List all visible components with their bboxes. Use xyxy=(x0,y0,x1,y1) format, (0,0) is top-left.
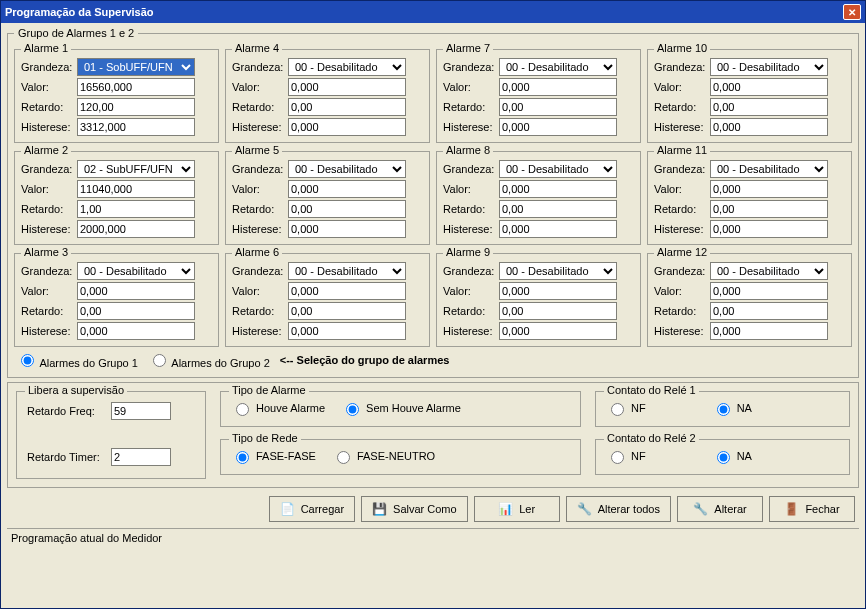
tipo-rede-opt1[interactable]: FASE-FASE xyxy=(231,448,316,464)
retardo-freq-input[interactable] xyxy=(111,402,171,420)
alterar-button[interactable]: 🔧 Alterar xyxy=(677,496,763,522)
grandeza-label: Grandeza: xyxy=(443,61,495,73)
rele1-na-input[interactable] xyxy=(717,403,730,416)
tipo-rede-opt1-input[interactable] xyxy=(236,451,249,464)
retardo-input[interactable] xyxy=(710,200,828,218)
titlebar[interactable]: Programação da Supervisão ✕ xyxy=(1,1,865,23)
rele2-nf-input[interactable] xyxy=(611,451,624,464)
rele2-na[interactable]: NA xyxy=(712,448,752,464)
retardo-input[interactable] xyxy=(288,302,406,320)
alarm-box-8: Alarme 8 Grandeza: 00 - Desabilitado Val… xyxy=(436,151,641,245)
retardo-label: Retardo: xyxy=(654,305,706,317)
rele2-nf[interactable]: NF xyxy=(606,448,646,464)
retardo-label: Retardo: xyxy=(21,203,73,215)
grandeza-select[interactable]: 00 - Desabilitado xyxy=(288,262,406,280)
histerese-input[interactable] xyxy=(710,220,828,238)
histerese-input[interactable] xyxy=(288,118,406,136)
retardo-input[interactable] xyxy=(499,98,617,116)
retardo-label: Retardo: xyxy=(654,101,706,113)
group2-radio[interactable]: Alarmes do Grupo 2 xyxy=(148,351,270,369)
valor-input[interactable] xyxy=(499,78,617,96)
alarm-title: Alarme 2 xyxy=(21,144,71,156)
rele2-na-input[interactable] xyxy=(717,451,730,464)
grandeza-select[interactable]: 00 - Desabilitado xyxy=(77,262,195,280)
valor-input[interactable] xyxy=(77,180,195,198)
grandeza-label: Grandeza: xyxy=(21,163,73,175)
histerese-label: Histerese: xyxy=(654,223,706,235)
rele1-nf-input[interactable] xyxy=(611,403,624,416)
grandeza-select[interactable]: 00 - Desabilitado xyxy=(499,262,617,280)
valor-input[interactable] xyxy=(288,180,406,198)
alterar-todos-button[interactable]: 🔧 Alterar todos xyxy=(566,496,671,522)
histerese-input[interactable] xyxy=(710,118,828,136)
alarm-title: Alarme 9 xyxy=(443,246,493,258)
group1-radio-input[interactable] xyxy=(21,354,34,367)
histerese-label: Histerese: xyxy=(21,121,73,133)
histerese-input[interactable] xyxy=(77,322,195,340)
valor-input[interactable] xyxy=(499,282,617,300)
retardo-timer-input[interactable] xyxy=(111,448,171,466)
group2-radio-input[interactable] xyxy=(153,354,166,367)
retardo-input[interactable] xyxy=(710,302,828,320)
valor-input[interactable] xyxy=(288,78,406,96)
salvar-como-button[interactable]: 💾 Salvar Como xyxy=(361,496,468,522)
valor-input[interactable] xyxy=(77,78,195,96)
grandeza-label: Grandeza: xyxy=(654,265,706,277)
retardo-input[interactable] xyxy=(288,200,406,218)
valor-input[interactable] xyxy=(710,282,828,300)
histerese-input[interactable] xyxy=(288,220,406,238)
histerese-input[interactable] xyxy=(499,220,617,238)
retardo-input[interactable] xyxy=(710,98,828,116)
alarm-title: Alarme 11 xyxy=(654,144,710,156)
tipo-alarme-opt2-input[interactable] xyxy=(346,403,359,416)
tipo-rede-opt1-label: FASE-FASE xyxy=(256,450,316,462)
rele2-na-label: NA xyxy=(737,450,752,462)
grandeza-select[interactable]: 00 - Desabilitado xyxy=(499,58,617,76)
tipo-alarme-opt2-label: Sem Houve Alarme xyxy=(366,402,461,414)
retardo-label: Retardo: xyxy=(232,101,284,113)
retardo-input[interactable] xyxy=(288,98,406,116)
histerese-input[interactable] xyxy=(77,220,195,238)
alarm-group-title: Grupo de Alarmes 1 e 2 xyxy=(14,27,138,39)
tipo-rede-opt2-label: FASE-NEUTRO xyxy=(357,450,435,462)
retardo-input[interactable] xyxy=(77,200,195,218)
close-icon[interactable]: ✕ xyxy=(843,4,861,20)
histerese-input[interactable] xyxy=(499,118,617,136)
histerese-input[interactable] xyxy=(499,322,617,340)
valor-input[interactable] xyxy=(288,282,406,300)
retardo-input[interactable] xyxy=(499,302,617,320)
valor-input[interactable] xyxy=(499,180,617,198)
valor-input[interactable] xyxy=(77,282,195,300)
tipo-alarme-opt2[interactable]: Sem Houve Alarme xyxy=(341,400,461,416)
ler-label: Ler xyxy=(519,503,535,515)
carregar-button[interactable]: 📄 Carregar xyxy=(269,496,355,522)
histerese-input[interactable] xyxy=(710,322,828,340)
retardo-input[interactable] xyxy=(77,98,195,116)
grandeza-select[interactable]: 00 - Desabilitado xyxy=(499,160,617,178)
group-hint: <-- Seleção do grupo de alarmes xyxy=(280,354,450,366)
rele1-nf[interactable]: NF xyxy=(606,400,646,416)
tipo-rede-opt2[interactable]: FASE-NEUTRO xyxy=(332,448,435,464)
grandeza-select[interactable]: 02 - SubUFF/UFN xyxy=(77,160,195,178)
tipo-rede-opt2-input[interactable] xyxy=(337,451,350,464)
histerese-input[interactable] xyxy=(77,118,195,136)
valor-label: Valor: xyxy=(232,81,284,93)
ler-button[interactable]: 📊 Ler xyxy=(474,496,560,522)
grandeza-select[interactable]: 00 - Desabilitado xyxy=(710,58,828,76)
grandeza-select[interactable]: 00 - Desabilitado xyxy=(710,160,828,178)
rele1-na[interactable]: NA xyxy=(712,400,752,416)
grandeza-select[interactable]: 01 - SobUFF/UFN xyxy=(77,58,195,76)
retardo-input[interactable] xyxy=(499,200,617,218)
tipo-alarme-opt1-input[interactable] xyxy=(236,403,249,416)
valor-input[interactable] xyxy=(710,180,828,198)
tipo-alarme-opt1[interactable]: Houve Alarme xyxy=(231,400,325,416)
retardo-input[interactable] xyxy=(77,302,195,320)
grandeza-select[interactable]: 00 - Desabilitado xyxy=(288,160,406,178)
group1-radio[interactable]: Alarmes do Grupo 1 xyxy=(16,351,138,369)
alarm-box-12: Alarme 12 Grandeza: 00 - Desabilitado Va… xyxy=(647,253,852,347)
fechar-button[interactable]: 🚪 Fechar xyxy=(769,496,855,522)
grandeza-select[interactable]: 00 - Desabilitado xyxy=(288,58,406,76)
histerese-input[interactable] xyxy=(288,322,406,340)
grandeza-select[interactable]: 00 - Desabilitado xyxy=(710,262,828,280)
valor-input[interactable] xyxy=(710,78,828,96)
